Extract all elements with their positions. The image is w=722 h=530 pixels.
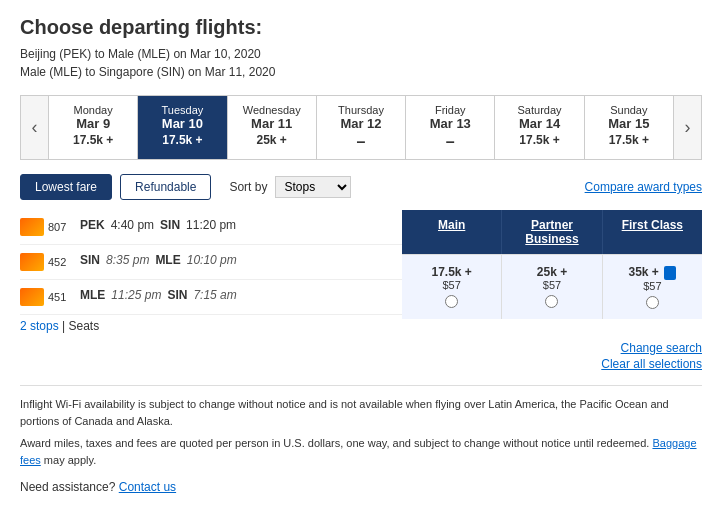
day-name: Thursday (321, 104, 401, 116)
fare-cell-first-class[interactable]: 35k + $57 (603, 255, 702, 319)
to-airport: SIN (167, 288, 187, 302)
carousel-right-arrow[interactable]: › (673, 96, 701, 159)
date-items: Monday Mar 9 17.5k + Tuesday Mar 10 17.5… (49, 96, 673, 159)
fare-header-first-class[interactable]: First Class (603, 210, 702, 254)
price: 17.5k + (589, 133, 669, 147)
table-row: 807 PEK 4:40 pm SIN 11:20 pm (20, 210, 402, 245)
date-item-tuesday[interactable]: Tuesday Mar 10 17.5k + (138, 96, 227, 159)
subtitle-line2: Male (MLE) to Singapore (SIN) on Mar 11,… (20, 65, 275, 79)
date-item-monday[interactable]: Monday Mar 9 17.5k + (49, 96, 138, 159)
luggage-icon (664, 266, 676, 280)
airline-info: 451 (20, 288, 80, 306)
footer-row: Need assistance? Contact us (20, 480, 702, 494)
fare-header-partner-business[interactable]: Partner Business (502, 210, 602, 254)
airline-logo (20, 253, 44, 271)
price: 17.5k + (142, 133, 222, 147)
subtitle: Beijing (PEK) to Male (MLE) on Mar 10, 2… (20, 45, 702, 81)
partner-cash: $57 (506, 279, 597, 291)
subtitle-line1: Beijing (PEK) to Male (MLE) on Mar 10, 2… (20, 47, 261, 61)
from-airport: MLE (80, 288, 105, 302)
main-radio-container (406, 295, 497, 308)
sort-select[interactable]: Stops Price Duration (275, 176, 351, 198)
flight-detail: PEK 4:40 pm SIN 11:20 pm (80, 218, 402, 232)
first-class-radio[interactable] (646, 296, 659, 309)
day-name: Wednesday (232, 104, 312, 116)
airline-info: 807 (20, 218, 80, 236)
date-num: Mar 9 (53, 116, 133, 131)
airline-info: 452 (20, 253, 80, 271)
flight-number: 451 (48, 291, 66, 303)
flight-number: 807 (48, 221, 66, 233)
table-row: 452 SIN 8:35 pm MLE 10:10 pm (20, 245, 402, 280)
date-item-wednesday[interactable]: Wednesday Mar 11 25k + (228, 96, 317, 159)
day-name: Monday (53, 104, 133, 116)
carousel-left-arrow[interactable]: ‹ (21, 96, 49, 159)
sort-label: Sort by (229, 180, 267, 194)
compare-award-link[interactable]: Compare award types (585, 180, 702, 194)
first-class-radio-container (607, 296, 698, 309)
partner-radio-container (506, 295, 597, 308)
airline-logo (20, 288, 44, 306)
controls-row: Lowest fare Refundable Sort by Stops Pri… (20, 174, 702, 200)
price: 17.5k + (499, 133, 579, 147)
lowest-fare-tab[interactable]: Lowest fare (20, 174, 112, 200)
clear-all-link[interactable]: Clear all selections (20, 357, 702, 371)
date-item-friday[interactable]: Friday Mar 13 – (406, 96, 495, 159)
date-item-thursday[interactable]: Thursday Mar 12 – (317, 96, 406, 159)
info-line2: Award miles, taxes and fees are quoted p… (20, 435, 702, 468)
flight-number: 452 (48, 256, 66, 268)
flight-route: MLE 11:25 pm SIN 7:15 am (80, 288, 402, 302)
need-assistance-text: Need assistance? (20, 480, 115, 494)
price: 17.5k + (53, 133, 133, 147)
fare-header-main[interactable]: Main (402, 210, 502, 254)
to-airport: SIN (160, 218, 180, 232)
airline-logo (20, 218, 44, 236)
to-airport: MLE (155, 253, 180, 267)
arrive-time: 10:10 pm (187, 253, 237, 267)
date-num: Mar 15 (589, 116, 669, 131)
stops-info-row: 2 stops | Seats (20, 319, 402, 333)
flight-detail: MLE 11:25 pm SIN 7:15 am (80, 288, 402, 302)
links-row: Change search Clear all selections (20, 341, 702, 371)
info-line1: Inflight Wi-Fi availability is subject t… (20, 396, 702, 429)
main-radio[interactable] (445, 295, 458, 308)
day-name: Sunday (589, 104, 669, 116)
fare-headers: Main Partner Business First Class (402, 210, 702, 254)
main-miles: 17.5k + (406, 265, 497, 279)
price: – (410, 133, 490, 151)
depart-time: 8:35 pm (106, 253, 149, 267)
page-title: Choose departing flights: (20, 16, 702, 39)
date-num: Mar 14 (499, 116, 579, 131)
depart-time: 4:40 pm (111, 218, 154, 232)
first-class-miles: 35k + (607, 265, 698, 280)
date-num: Mar 12 (321, 116, 401, 131)
depart-time: 11:25 pm (111, 288, 161, 302)
day-name: Tuesday (142, 104, 222, 116)
change-search-link[interactable]: Change search (20, 341, 702, 355)
first-class-cash: $57 (607, 280, 698, 292)
main-content: 807 PEK 4:40 pm SIN 11:20 pm 452 (20, 210, 702, 333)
from-airport: PEK (80, 218, 105, 232)
date-carousel: ‹ Monday Mar 9 17.5k + Tuesday Mar 10 17… (20, 95, 702, 160)
day-name: Friday (410, 104, 490, 116)
fare-cell-partner-business[interactable]: 25k + $57 (502, 255, 602, 319)
flight-detail: SIN 8:35 pm MLE 10:10 pm (80, 253, 402, 267)
stops-link[interactable]: 2 stops (20, 319, 59, 333)
fare-cell-row: 17.5k + $57 25k + $57 35k + (402, 254, 702, 319)
price: 25k + (232, 133, 312, 147)
fare-columns: Main Partner Business First Class 17.5k … (402, 210, 702, 333)
fare-cell-main[interactable]: 17.5k + $57 (402, 255, 502, 319)
contact-us-link[interactable]: Contact us (119, 480, 176, 494)
seats-info: | Seats (62, 319, 99, 333)
date-item-saturday[interactable]: Saturday Mar 14 17.5k + (495, 96, 584, 159)
date-num: Mar 10 (142, 116, 222, 131)
date-item-sunday[interactable]: Sunday Mar 15 17.5k + (585, 96, 673, 159)
flights-list: 807 PEK 4:40 pm SIN 11:20 pm 452 (20, 210, 402, 333)
main-cash: $57 (406, 279, 497, 291)
refundable-tab[interactable]: Refundable (120, 174, 211, 200)
partner-radio[interactable] (545, 295, 558, 308)
arrive-time: 11:20 pm (186, 218, 236, 232)
flight-route: SIN 8:35 pm MLE 10:10 pm (80, 253, 402, 267)
table-row: 451 MLE 11:25 pm SIN 7:15 am (20, 280, 402, 315)
info-section: Inflight Wi-Fi availability is subject t… (20, 385, 702, 468)
